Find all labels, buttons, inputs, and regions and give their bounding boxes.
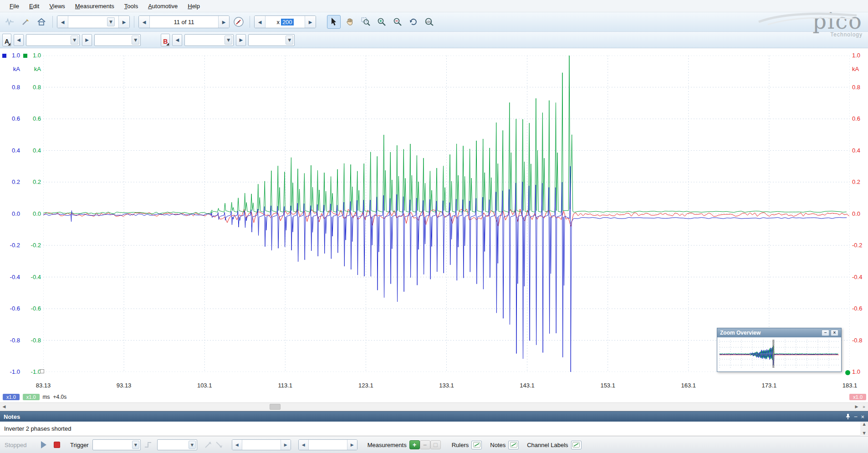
zoom-window-tool-button[interactable] [359,15,373,29]
chevron-down-icon[interactable]: ▼ [107,17,115,26]
channel-a-button[interactable]: A [2,34,11,46]
mini-trace-blue [720,347,838,366]
right-scale-badge[interactable]: x1.0 [849,394,866,400]
y-tick-right: -0.4 [852,274,868,280]
rising-edge-icon[interactable] [203,439,214,450]
notes-panel-header[interactable]: Notes – × [0,411,868,422]
minimize-icon[interactable]: – [854,413,858,420]
zoom-in-tool-button[interactable] [375,15,388,29]
edit-probe-button[interactable] [19,15,32,29]
channel-a-scale-badge[interactable]: x1.0 [3,394,20,400]
rulers-toggle-button[interactable] [471,441,482,449]
trigger-marker[interactable] [845,370,850,375]
trigger-level-field[interactable] [242,440,281,450]
trigger-level-up-button[interactable]: ▶ [281,440,291,450]
chevron-down-icon[interactable]: ▼ [225,36,232,45]
pin-icon[interactable] [845,413,851,420]
y-tick-b: -0.4 [21,274,41,280]
chevron-down-icon[interactable]: ▼ [132,36,139,45]
y-tick-b: -0.2 [21,242,41,249]
trigger-source-combo[interactable]: ▼ [157,439,197,450]
zoom-overview-titlebar[interactable]: Zoom Overview – × [717,328,841,337]
buffer-position-field[interactable]: 11 of 11 [150,16,218,28]
scroll-up-icon[interactable]: ▲ [863,422,865,426]
zoom-100-button[interactable]: 100 [423,15,436,29]
trigger-settings-button[interactable] [143,439,154,451]
x-tick: 123.1 [350,382,382,389]
pointer-tool-button[interactable] [327,15,341,29]
zoom-increase-button[interactable]: ▶ [305,16,316,28]
trigger-label: Trigger [70,442,89,448]
scroll-overflow-button[interactable]: » [860,403,868,410]
notes-toggle-button[interactable] [508,441,519,449]
scrollbar-thumb[interactable] [270,404,281,410]
close-icon[interactable]: × [831,330,838,336]
trigger-level-down-button[interactable]: ◀ [232,440,242,450]
menu-file[interactable]: File [5,1,24,11]
notes-scrollbar[interactable]: ▲▼ [860,422,868,436]
zoom-region-handle[interactable] [40,369,44,373]
chevron-down-icon[interactable]: ▼ [286,36,293,45]
pretrigger-down-button[interactable]: ◀ [299,440,309,450]
channel-a-next-button[interactable]: ▶ [82,34,92,46]
waveform-next-button[interactable]: ▶ [118,16,129,28]
falling-edge-icon[interactable] [214,439,225,450]
channel-labels-toggle-button[interactable] [571,441,582,449]
channel-b-scale-badge[interactable]: x1.0 [23,394,40,400]
channel-a-probe-combo[interactable]: ▼ [94,34,141,46]
menu-tools[interactable]: Tools [119,1,143,11]
close-icon[interactable]: × [861,413,864,420]
minimize-icon[interactable]: – [822,330,829,336]
channel-b-prev-button[interactable]: ◀ [172,34,182,46]
undo-zoom-button[interactable] [407,15,420,29]
zoom-factor-field[interactable]: x 200 [266,16,305,28]
channel-b-probe-combo[interactable]: ▼ [248,34,295,46]
scope-plot[interactable] [43,56,850,372]
add-measurement-button[interactable]: + [409,440,420,449]
menu-edit[interactable]: Edit [24,1,44,11]
menu-measurements[interactable]: Measurements [70,1,119,11]
scroll-left-button[interactable]: ◀ [0,403,8,410]
home-button[interactable] [35,15,48,29]
channel-a-range-combo[interactable]: ▼ [26,34,80,46]
buffer-prev-button[interactable]: ◀ [139,16,150,28]
waveform-prev-button[interactable]: ◀ [57,16,68,28]
waveform-library-button[interactable] [3,15,16,29]
zoom-out-tool-button[interactable] [391,15,404,29]
y-tick-right: 1.0 [852,368,868,375]
buffer-overview-button[interactable] [232,15,245,29]
x-tick: 173.1 [753,382,785,389]
channel-b-next-button[interactable]: ▶ [236,34,246,46]
zoom-decrease-button[interactable]: ◀ [255,16,266,28]
zoom-overview-body[interactable] [717,337,841,372]
notes-panel-body[interactable]: Inverter 2 phases shorted [0,422,868,436]
mini-zoom-region[interactable] [772,340,774,368]
waveform-combo[interactable]: ▼ [68,16,118,28]
scroll-down-icon[interactable]: ▼ [863,431,865,435]
channel-b-button[interactable]: B [161,34,170,46]
channel-a-menu-corner [8,43,10,46]
x-tick: 153.1 [592,382,624,389]
pretrigger-up-button[interactable]: ▶ [347,440,357,450]
menu-help[interactable]: Help [183,1,205,11]
edit-measurement-button[interactable]: – [420,440,430,449]
notes-text[interactable]: Inverter 2 phases shorted [4,425,71,432]
menu-views[interactable]: Views [44,1,70,11]
x-tick: 103.1 [189,382,220,389]
delete-measurement-button[interactable]: □ [430,440,441,449]
zoom-overview-window[interactable]: Zoom Overview – × [717,328,842,372]
horizontal-scrollbar[interactable]: ◀ ▶ » [0,402,868,411]
chevron-down-icon[interactable]: ▼ [189,441,196,449]
hand-tool-button[interactable] [343,15,357,29]
y-tick-a: -0.6 [0,305,20,312]
channel-a-prev-button[interactable]: ◀ [14,34,24,46]
trigger-mode-combo[interactable]: ▼ [92,439,141,450]
menu-automotive[interactable]: Automotive [143,1,183,11]
start-capture-button[interactable] [41,441,46,448]
chevron-down-icon[interactable]: ▼ [132,441,139,449]
channel-b-range-combo[interactable]: ▼ [184,34,234,46]
chevron-down-icon[interactable]: ▼ [71,36,78,45]
buffer-next-button[interactable]: ▶ [218,16,229,28]
stop-capture-button[interactable] [54,442,60,448]
pretrigger-field[interactable] [309,440,347,450]
